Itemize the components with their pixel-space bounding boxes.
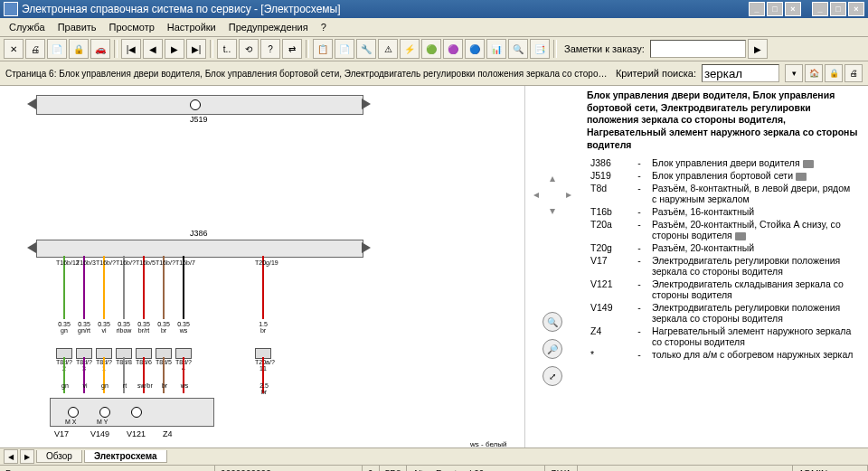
wire-color-bot: ws xyxy=(177,382,192,389)
toolbar-btn-21[interactable]: 🟢 xyxy=(421,39,441,59)
toolbar-btn-12[interactable]: ⟲ xyxy=(239,39,259,59)
legend-row: T16b-Разъём, 16-контактный xyxy=(587,205,861,218)
legend-row: T20a-Разъём, 20-контактный, Стойка A сни… xyxy=(587,218,861,241)
toolbar-btn-0[interactable]: ✕ xyxy=(4,39,24,59)
toolbar-btn-3[interactable]: 🔒 xyxy=(69,39,89,59)
info-btn-1[interactable]: 🏠 xyxy=(805,64,823,82)
toolbar-btn-16[interactable]: 📋 xyxy=(313,39,333,59)
legend-desc: Разъём, 8-контактный, в левой двери, ряд… xyxy=(648,182,861,205)
zoom-in-icon[interactable]: 🔍 xyxy=(542,312,562,332)
toolbar-btn-25[interactable]: 🔍 xyxy=(508,39,528,59)
status-model: Altea Freetrack09-> xyxy=(407,466,545,471)
toolbar-btn-17[interactable]: 📄 xyxy=(335,39,354,59)
camera-icon[interactable] xyxy=(803,160,814,168)
zoom-out-icon[interactable]: 🔎 xyxy=(542,339,562,359)
menu-1[interactable]: Править xyxy=(52,20,102,34)
wire-pin-top: T16b/7 xyxy=(175,259,192,266)
order-label: Заметки к заказу: xyxy=(564,43,645,54)
menu-4[interactable]: Предупреждения xyxy=(223,20,314,34)
wire-color-bot: 2.5 br xyxy=(257,382,271,395)
wire-pin-top: T16b/12 xyxy=(56,259,72,266)
wire-gauge: 0.35vi xyxy=(96,321,112,334)
toolbar-btn-1[interactable]: 🖨 xyxy=(25,39,45,59)
legend-desc: Блок управления бортовой сети xyxy=(648,169,861,182)
tab-next-button[interactable]: ▶ xyxy=(20,449,34,464)
toolbar-btn-13[interactable]: ? xyxy=(260,39,280,59)
wire-pin-top: T20g/19 xyxy=(255,259,271,266)
wire-color-bot: br xyxy=(157,382,172,389)
toolbar-btn-7[interactable]: ◀ xyxy=(143,39,163,59)
tab-schematic[interactable]: Электросхема xyxy=(84,450,167,463)
maximize-button[interactable]: □ xyxy=(767,2,783,16)
label-V149: V149 xyxy=(90,429,109,438)
legend-key: V17 xyxy=(587,254,630,278)
legend-table: J386-Блок управления двери водителяJ519-… xyxy=(587,156,861,361)
doc-close-button[interactable]: × xyxy=(848,2,864,16)
info-bar: Страница 6: Блок управления двери водите… xyxy=(0,61,868,86)
toolbar-btn-11[interactable]: t.. xyxy=(217,39,237,59)
status-page: 9 xyxy=(363,466,380,471)
nav-left-icon[interactable]: ◂ xyxy=(530,188,542,201)
toolbar-btn-22[interactable]: 🟣 xyxy=(443,39,463,59)
toolbar-btn-24[interactable]: 📊 xyxy=(486,39,506,59)
toolbar-btn-18[interactable]: 🔧 xyxy=(356,39,376,59)
menu-3[interactable]: Настройки xyxy=(162,20,222,34)
menu-5[interactable]: ? xyxy=(316,20,332,34)
color-note: ws - белый xyxy=(470,440,506,447)
order-go-button[interactable]: ▶ xyxy=(748,39,768,59)
tab-overview[interactable]: Обзор xyxy=(36,450,82,463)
zoom-fit-icon[interactable]: ⤢ xyxy=(542,366,562,386)
toolbar-btn-6[interactable]: |◀ xyxy=(121,39,141,59)
block-j386 xyxy=(36,240,363,258)
toolbar-btn-9[interactable]: ▶| xyxy=(186,39,206,59)
menu-0[interactable]: Служба xyxy=(4,20,51,34)
toolbar-btn-19[interactable]: ⚠ xyxy=(378,39,398,59)
legend-row: T20g-Разъём, 20-контактный xyxy=(587,241,861,254)
wire-gauge: 0.35br/rt xyxy=(136,321,152,334)
camera-icon[interactable] xyxy=(735,232,746,240)
label-j386: J386 xyxy=(190,229,208,238)
doc-minimize-button[interactable]: _ xyxy=(812,2,828,16)
legend-row: J519-Блок управления бортовой сети xyxy=(587,169,861,182)
app-icon xyxy=(4,2,18,16)
doc-maximize-button[interactable]: □ xyxy=(830,2,846,16)
info-btn-0[interactable]: ▾ xyxy=(785,64,803,82)
menu-2[interactable]: Просмотр xyxy=(104,20,160,34)
toolbar-btn-26[interactable]: 📑 xyxy=(530,39,550,59)
nav-up-icon[interactable]: ▴ xyxy=(546,172,559,184)
minimize-button[interactable]: _ xyxy=(749,2,765,16)
motor-x: M X xyxy=(65,419,76,425)
status-code: 5P8 xyxy=(380,466,408,471)
wiring-diagram[interactable]: J519J386T16b/120.35gnT8d/?2gnT16b/30.35g… xyxy=(0,86,525,447)
legend-key: J519 xyxy=(587,169,630,182)
toolbar-btn-8[interactable]: ▶ xyxy=(165,39,184,59)
toolbar-btn-2[interactable]: 📄 xyxy=(47,39,67,59)
titlebar: Электронная справочная система по сервис… xyxy=(0,0,868,18)
legend-row: V17-Электродвигатель регулировки положен… xyxy=(587,254,861,278)
legend-desc: Разъём, 20-контактный, Стойка A снизу, с… xyxy=(648,218,861,241)
search-label: Критерий поиска: xyxy=(616,68,696,79)
toolbar-btn-20[interactable]: ⚡ xyxy=(400,39,420,59)
nav-arrows: ▴ ▾ ◂ ▸ xyxy=(525,86,580,447)
info-btn-2[interactable]: 🔒 xyxy=(825,64,843,82)
legend-row: Z4-Нагревательный элемент наружного зерк… xyxy=(587,325,861,348)
close-button[interactable]: × xyxy=(785,2,801,16)
order-input[interactable] xyxy=(650,40,746,58)
toolbar-btn-4[interactable]: 🚗 xyxy=(90,39,110,59)
info-btn-3[interactable]: 🖨 xyxy=(844,64,863,82)
tab-prev-button[interactable]: ◀ xyxy=(4,449,18,464)
wire-pin-top: T16b/? xyxy=(96,259,112,266)
label-Z4: Z4 xyxy=(163,429,173,438)
tab-bar: ◀ ▶ Обзор Электросхема xyxy=(0,447,868,465)
nav-down-icon[interactable]: ▾ xyxy=(546,204,559,217)
window-title: Электронная справочная система по сервис… xyxy=(22,3,749,15)
search-input[interactable] xyxy=(702,64,779,82)
camera-icon[interactable] xyxy=(796,173,807,181)
legend-row: J386-Блок управления двери водителя xyxy=(587,156,861,169)
nav-right-icon[interactable]: ▸ xyxy=(562,188,575,201)
motor-icon xyxy=(99,407,110,418)
status-engine: BWA xyxy=(545,466,577,471)
toolbar-btn-23[interactable]: 🔵 xyxy=(465,39,485,59)
wire-gauge: 0.35br xyxy=(156,321,172,334)
toolbar-btn-14[interactable]: ⇄ xyxy=(282,39,302,59)
